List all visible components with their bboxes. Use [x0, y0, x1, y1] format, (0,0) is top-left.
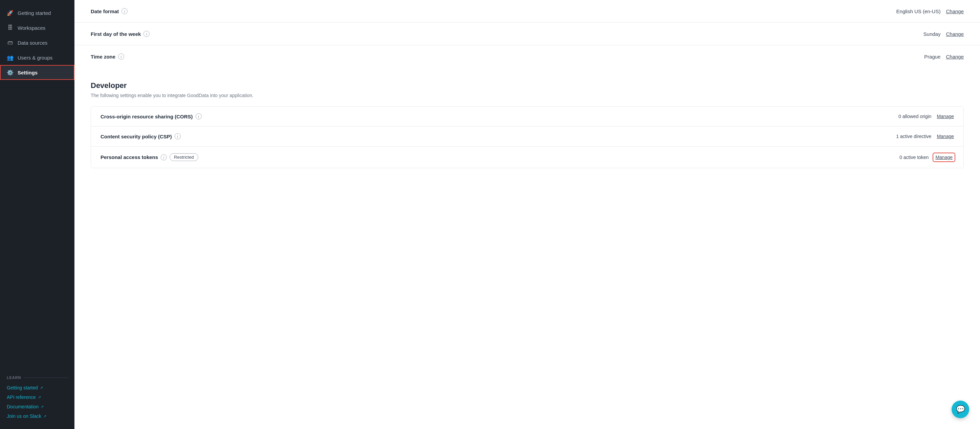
developer-value-pat: 0 active token — [899, 155, 929, 160]
developer-row-pat: Personal access tokens i Restricted 0 ac… — [91, 146, 963, 168]
link-label: Getting started — [7, 385, 38, 391]
developer-title: Developer — [91, 81, 964, 90]
settings-label-time-zone: Time zone — [91, 54, 115, 60]
sidebar-item-label: Workspaces — [18, 25, 45, 31]
settings-value-time-zone: Prague — [924, 54, 940, 60]
developer-action-cors[interactable]: Manage — [937, 114, 954, 119]
developer-label-pat: Personal access tokens — [100, 154, 158, 160]
learn-label: LEARN — [7, 375, 68, 380]
link-label: API reference — [7, 394, 36, 400]
developer-label-csp: Content security policy (CSP) — [100, 133, 172, 140]
help-icon-pat[interactable]: i — [161, 154, 167, 160]
link-label: Documentation — [7, 404, 38, 409]
sidebar-link-api-reference-link[interactable]: API reference↗ — [7, 392, 68, 402]
help-icon-first-day-of-week[interactable]: i — [143, 31, 150, 37]
settings-icon: ⚙️ — [7, 69, 14, 76]
developer-row-cors: Cross-origin resource sharing (CORS) i 0… — [91, 106, 963, 127]
sidebar-item-workspaces[interactable]: 🗄 Workspaces — [0, 20, 75, 35]
getting-started-icon: 🚀 — [7, 10, 14, 16]
developer-label-cors: Cross-origin resource sharing (CORS) — [100, 114, 193, 119]
settings-row-time-zone: Time zone i Prague Change — [75, 45, 980, 68]
developer-table: Cross-origin resource sharing (CORS) i 0… — [91, 106, 964, 168]
sidebar-item-data-sources[interactable]: 🗃 Data sources — [0, 35, 75, 50]
sidebar-link-getting-started-link[interactable]: Getting started↗ — [7, 383, 68, 392]
restricted-badge: Restricted — [170, 153, 198, 161]
help-icon-time-zone[interactable]: i — [118, 54, 124, 60]
settings-row-date-format: Date format i English US (en-US) Change — [75, 0, 980, 23]
developer-value-cors: 0 allowed origin — [899, 114, 931, 119]
external-link-icon: ↗ — [40, 386, 43, 390]
settings-action-date-format[interactable]: Change — [946, 8, 964, 14]
sidebar-item-getting-started[interactable]: 🚀 Getting started — [0, 5, 75, 20]
link-label: Join us on Slack — [7, 413, 41, 419]
external-link-icon: ↗ — [41, 405, 44, 409]
external-link-icon: ↗ — [43, 414, 46, 418]
developer-section: Developer The following settings enable … — [75, 68, 980, 168]
data-sources-icon: 🗃 — [7, 39, 14, 46]
workspaces-icon: 🗄 — [7, 24, 14, 31]
help-icon-cors[interactable]: i — [196, 113, 202, 119]
settings-value-date-format: English US (en-US) — [896, 8, 941, 14]
sidebar-item-label: Getting started — [18, 10, 51, 16]
chat-fab-button[interactable]: 💬 — [951, 400, 969, 418]
main-content: Date format i English US (en-US) Change … — [75, 0, 980, 429]
sidebar-item-label: Users & groups — [18, 55, 52, 60]
help-icon-csp[interactable]: i — [175, 133, 181, 140]
sidebar-link-slack-link[interactable]: Join us on Slack↗ — [7, 412, 68, 421]
learn-section: LEARN Getting started↗API reference↗Docu… — [0, 370, 75, 424]
settings-value-first-day-of-week: Sunday — [923, 31, 941, 37]
developer-row-csp: Content security policy (CSP) i 1 active… — [91, 127, 963, 146]
developer-subtitle: The following settings enable you to int… — [91, 93, 964, 98]
sidebar-item-label: Settings — [18, 70, 38, 75]
settings-action-time-zone[interactable]: Change — [946, 54, 964, 60]
help-icon-date-format[interactable]: i — [121, 8, 127, 14]
chat-icon: 💬 — [956, 405, 965, 414]
sidebar-link-documentation-link[interactable]: Documentation↗ — [7, 402, 68, 412]
settings-label-date-format: Date format — [91, 8, 119, 14]
users-groups-icon: 👥 — [7, 54, 14, 61]
sidebar-item-users-groups[interactable]: 👥 Users & groups — [0, 50, 75, 65]
sidebar: 🚀 Getting started 🗄 Workspaces 🗃 Data so… — [0, 0, 75, 429]
developer-value-csp: 1 active directive — [896, 133, 931, 139]
external-link-icon: ↗ — [38, 395, 41, 400]
settings-action-first-day-of-week[interactable]: Change — [946, 31, 964, 37]
sidebar-item-label: Data sources — [18, 40, 48, 46]
settings-label-first-day-of-week: First day of the week — [91, 31, 141, 37]
sidebar-item-settings[interactable]: ⚙️ Settings — [0, 65, 75, 80]
developer-action-pat[interactable]: Manage — [934, 154, 954, 161]
settings-row-first-day-of-week: First day of the week i Sunday Change — [75, 23, 980, 45]
developer-action-csp[interactable]: Manage — [937, 133, 954, 139]
